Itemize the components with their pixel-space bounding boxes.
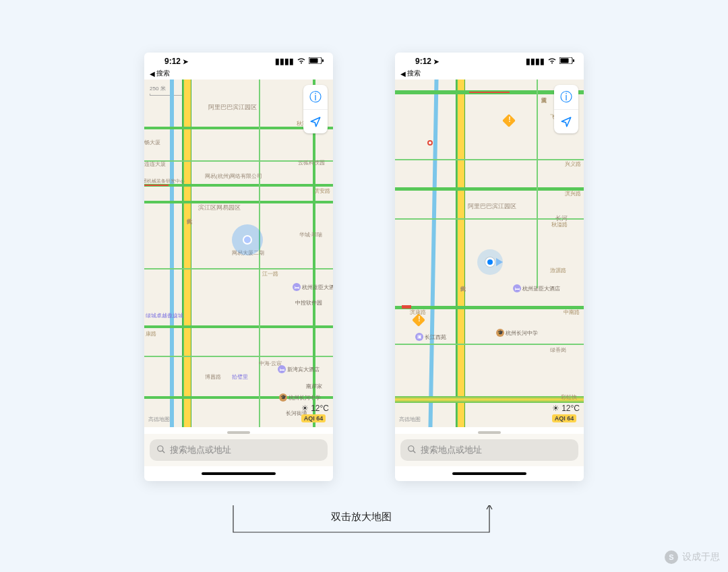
svg-point-8 [408,445,414,451]
map-label: 网易(杭州)网络有限公司 [205,172,262,180]
map-label: 游源路 [550,267,566,274]
weather-icon: ☀ [301,404,309,413]
map-label: 兴义路 [565,160,581,168]
wifi-icon [297,57,306,66]
poi: 南岸家 [306,383,322,390]
map-label: 秋溢路 [551,221,568,228]
map-label: 集团机械装备研发中心 [144,178,185,185]
locate-button[interactable] [303,109,328,133]
cellular-icon: ▮▮▮▮ [275,57,294,66]
location-services-icon: ➤ [433,58,439,65]
map-label: 彩虹快 [561,393,577,401]
search-input[interactable]: 搜索地点或地址 [150,439,328,461]
status-bar: 9:12 ➤ ▮▮▮▮ [144,53,333,69]
poi[interactable]: ▣长江西苑 [415,333,446,341]
back-label: 搜索 [156,69,170,78]
user-location-indicator [485,257,495,267]
locate-button[interactable] [554,109,578,133]
map-attribution: 高德地图 [148,416,170,423]
map-label: 滨安路 [314,187,330,195]
search-placeholder: 搜索地点或地址 [421,444,482,456]
poi: 中控软件园 [295,299,322,307]
wifi-icon [547,57,557,66]
cellular-icon: ▮▮▮▮ [526,57,545,66]
search-placeholder: 搜索地点或地址 [170,444,231,456]
map-label: 绿香岗 [550,346,566,354]
annotation-label: 双击放大地图 [331,511,392,523]
back-to-app[interactable]: ◀ 搜索 [144,69,333,80]
traffic-warning-icon [502,114,516,127]
map-controls: ⓘ [554,85,578,133]
status-time: 9:12 [415,57,431,66]
aqi-badge: AQI 64 [552,414,577,422]
location-services-icon: ➤ [183,58,188,65]
map-label: 阿里巴巴滨江园区 [208,103,257,112]
map-label: 康路 [146,330,156,338]
map-label: 滨兴路 [565,190,581,197]
search-icon [156,445,166,456]
aqi-badge: AQI 64 [301,414,326,422]
map-controls: ⓘ [303,85,328,133]
battery-icon [309,57,324,66]
poi-hotel[interactable]: 🛏新湾宾大酒店 [278,365,320,373]
svg-rect-6 [561,59,569,63]
status-right: ▮▮▮▮ [275,57,324,66]
user-location-indicator [232,224,263,255]
map-label: 绿城卓越傲旋城 [146,312,183,319]
svg-rect-7 [573,59,574,62]
search-icon [407,445,417,456]
battery-icon [559,57,574,66]
phone-left: 9:12 ➤ ▮▮▮▮ ◀ 搜索 250 米 [144,53,333,481]
map-label: 滨康路 [410,309,426,316]
map-label: 华城·和瑞 [299,231,322,239]
status-time: 9:12 [164,57,181,66]
svg-rect-1 [310,59,318,63]
poi-hotel[interactable]: 🛏杭州蓝臣大酒店 [293,283,333,291]
info-button[interactable]: ⓘ [554,85,578,109]
poi-school[interactable]: 🎓杭州长河中学 [279,393,321,402]
watermark-logo-icon: S [665,550,678,564]
svg-rect-2 [322,59,324,62]
user-heading-indicator [496,258,503,266]
map-label: 阿里巴巴滨江园区 [468,202,516,211]
svg-line-4 [162,450,165,453]
map-label: 连连大厦 [144,160,166,168]
map-label: 云狐科技园 [298,159,325,166]
back-chevron-icon: ◀ [150,70,155,77]
map-canvas-left[interactable]: 250 米 阿里巴巴滨江园区 云狐科技园 网易(杭州)网络有限公司 滨江区网易园… [144,80,333,427]
map-canvas-right[interactable]: 阿里巴巴滨江园区 长河 滨兴路 兴义路 江南大道 秋溢路 滨康路 中南路 彩虹快… [395,80,584,427]
map-label: 博昌路 [205,373,221,381]
watermark: S 设成于思 [665,550,720,564]
poi-hotel[interactable]: 🛏杭州蓝臣大酒店 [513,284,560,292]
search-input[interactable]: 搜索地点或地址 [400,439,578,461]
back-label: 搜索 [407,69,421,78]
info-button[interactable]: ⓘ [303,85,328,109]
back-chevron-icon: ◀ [400,70,406,77]
map-label: 中南路 [564,309,580,316]
phone-right: 9:12 ➤ ▮▮▮▮ ◀ 搜索 [395,53,584,481]
svg-line-9 [413,450,416,453]
map-label: 畅大厦 [144,139,160,146]
annotation: 双击放大地图 [226,505,496,546]
status-right: ▮▮▮▮ [526,57,574,66]
home-indicator[interactable] [395,466,584,481]
map-label: 江一路 [262,270,278,278]
map-attribution: 高德地图 [399,416,421,423]
map-label: 滨江区网易园区 [198,203,241,212]
back-to-app[interactable]: ◀ 搜索 [395,69,584,80]
svg-point-3 [158,445,163,451]
status-bar: 9:12 ➤ ▮▮▮▮ [395,53,584,69]
weather-widget[interactable]: ☀ 12°C AQI 64 [301,404,329,423]
home-indicator[interactable] [144,466,333,481]
watermark-text: 设成于思 [682,551,720,563]
weather-widget[interactable]: ☀ 12°C AQI 64 [552,404,580,423]
map-label: 拾璧里 [232,373,248,381]
poi-school[interactable]: 🎓杭州长河中学 [496,329,538,337]
weather-icon: ☀ [552,404,559,413]
